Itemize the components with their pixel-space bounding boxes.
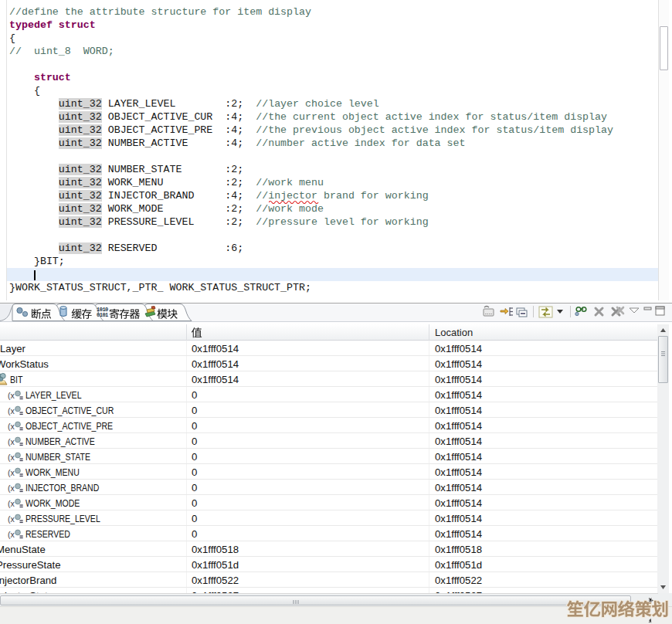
svg-text:(x: (x: [8, 437, 15, 446]
svg-text:0101: 0101: [97, 312, 108, 318]
svg-text:(x: (x: [8, 406, 15, 415]
svg-text:(x: (x: [8, 499, 15, 508]
svg-text:(x: (x: [8, 391, 15, 400]
svg-text:(x: (x: [8, 483, 15, 493]
svg-text:(x: (x: [8, 453, 15, 462]
svg-text:(x: (x: [8, 468, 15, 477]
svg-text:(x: (x: [8, 530, 15, 539]
svg-text:(x: (x: [8, 422, 15, 431]
svg-text:(x: (x: [8, 514, 15, 524]
